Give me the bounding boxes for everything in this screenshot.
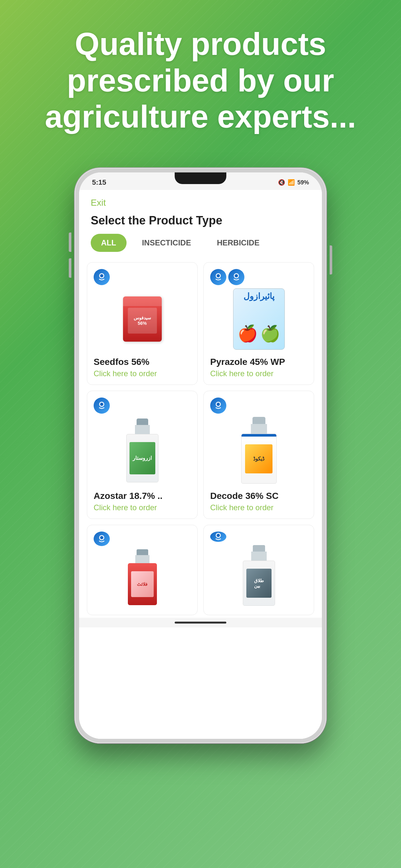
product-card-pyrazole: پائیرازول 🍎 🍏 Pyrazole 45% WP Click here… <box>204 262 314 385</box>
product-card-6: طلاقبین <box>204 525 314 615</box>
product6-image: طلاقبین <box>210 545 307 606</box>
brand-logo-5 <box>94 531 110 546</box>
tab-herbicide[interactable]: HERBICIDE <box>207 234 270 252</box>
svg-point-7 <box>100 403 103 406</box>
pyrazole-name: Pyrazole 45% WP <box>210 357 285 367</box>
decode-order-link[interactable]: Click here to order <box>210 503 274 512</box>
brand-logo-decode <box>210 398 226 414</box>
product-card-decode: ڈیکوڈ Decode 36% SC Click here to order <box>204 391 314 519</box>
azostar-order-link[interactable]: Click here to order <box>94 503 157 512</box>
brand-logo-azostar <box>94 398 110 414</box>
camera-notch <box>175 173 226 184</box>
svg-point-9 <box>217 403 220 406</box>
volume-down-button <box>69 258 71 278</box>
products-grid: سیدفوس56% Seedfos 56% Click here to orde… <box>79 259 322 618</box>
svg-point-11 <box>100 536 103 539</box>
page-title: Select the Product Type <box>79 211 322 234</box>
brand-logo-seedfos <box>94 269 110 285</box>
svg-point-5 <box>235 274 238 277</box>
exit-button[interactable]: Exit <box>79 190 322 211</box>
silent-icon: 🔇 <box>278 179 285 186</box>
home-indicator-bar <box>79 618 322 627</box>
svg-point-13 <box>217 534 220 537</box>
phone-mockup: 5:15 🔇 📶 59% Exit Select the Product Typ… <box>74 168 327 743</box>
volume-up-button <box>69 232 71 252</box>
power-button <box>330 245 332 275</box>
header-section: Quality products prescribed by our agric… <box>0 26 401 135</box>
tagline: Quality products prescribed by our agric… <box>19 26 382 135</box>
seedfos-order-link[interactable]: Click here to order <box>94 369 157 378</box>
product5-image: فلائٹ <box>94 549 191 605</box>
product-card-5: فلائٹ <box>87 525 197 615</box>
seedfos-image: سیدفوس56% <box>94 288 191 350</box>
status-icons: 🔇 📶 59% <box>278 179 309 186</box>
battery-icon: 59% <box>297 179 309 186</box>
brand-logo-pyrazole2 <box>228 269 244 285</box>
home-bar <box>175 622 226 624</box>
decode-image: ڈیکوڈ <box>210 417 307 484</box>
app-content: Exit Select the Product Type ALL INSECTI… <box>79 190 322 739</box>
brand-logo-6 <box>210 531 226 542</box>
brand-logo-pyrazole <box>210 269 226 285</box>
azostar-name: Azostar 18.7% .. <box>94 491 162 501</box>
product-card-azostar: ازروستار Azostar 18.7% .. Click here to … <box>87 391 197 519</box>
status-time: 5:15 <box>92 178 106 187</box>
tab-all[interactable]: ALL <box>91 234 127 252</box>
azostar-image: ازروستار <box>94 417 191 484</box>
svg-point-3 <box>217 274 220 277</box>
svg-point-1 <box>100 274 103 277</box>
decode-name: Decode 36% SC <box>210 491 279 501</box>
seedfos-name: Seedfos 56% <box>94 357 150 367</box>
product-card-seedfos: سیدفوس56% Seedfos 56% Click here to orde… <box>87 262 197 385</box>
pyrazole-image: پائیرازول 🍎 🍏 <box>210 288 307 350</box>
filter-tabs: ALL INSECTICIDE HERBICIDE <box>79 234 322 259</box>
wifi-icon: 📶 <box>288 179 295 186</box>
pyrazole-order-link[interactable]: Click here to order <box>210 369 274 378</box>
tab-insecticide[interactable]: INSECTICIDE <box>132 234 202 252</box>
